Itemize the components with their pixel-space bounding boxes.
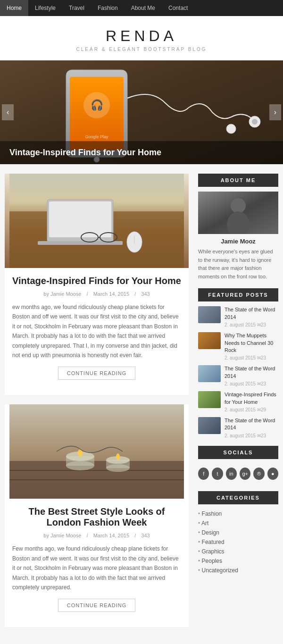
category-peoples[interactable]: Peoples [198, 556, 278, 566]
about-name: Jamie Mooz [198, 238, 278, 245]
category-fashion[interactable]: Fashion [198, 509, 278, 519]
featured-post-1-meta: 2. august 2015 ✉23 [225, 322, 278, 327]
post-card-1: Vintage-Inspired Finds for Your Home by … [5, 174, 189, 395]
hero-title: Vintage-Inspired Finds for Your Home [9, 148, 274, 158]
featured-post-2-image [198, 332, 221, 349]
featured-post-4-image [198, 391, 221, 408]
sidebar-socials: SOCIALS f t in g+ ® ● [198, 446, 278, 484]
featured-post-4-meta: 2. august 2015 ✉29 [225, 407, 278, 412]
hero-next-button[interactable]: › [269, 104, 281, 120]
category-uncategorized[interactable]: Uncategorized [198, 566, 278, 575]
post2-excerpt: Few months ago, we found ridiculously ch… [12, 544, 181, 592]
featured-post-5-image [198, 417, 221, 434]
social-facebook-icon[interactable]: f [198, 468, 209, 480]
site-header: RENDA CLEAR & ELEGANT BOOTSTRAP BLOG [0, 16, 283, 60]
main-content: Vintage-Inspired Finds for Your Home by … [5, 174, 189, 636]
featured-post-4[interactable]: Vintage-Inspired Finds for Your Home 2. … [198, 391, 278, 412]
post1-date: March 14, 2015 [93, 291, 129, 297]
post2-title: The Best Street Style Looks of London Fa… [12, 506, 181, 528]
post1-excerpt: ew months ago, we found ridiculously che… [12, 302, 181, 360]
post2-slash2: / [134, 533, 136, 538]
post1-comments: 343 [141, 291, 150, 297]
post2-comments: 343 [141, 533, 150, 538]
post1-slash1: / [87, 291, 88, 297]
featured-post-1[interactable]: The State of the Word 2014 2. august 201… [198, 306, 278, 327]
featured-post-1-image [198, 306, 221, 323]
category-art[interactable]: Art [198, 519, 278, 528]
category-graphics[interactable]: Graphics [198, 547, 278, 556]
svg-point-9 [226, 124, 236, 134]
featured-post-2[interactable]: Why The Muppets Needs to Channel 30 Rock… [198, 332, 278, 360]
social-twitter-icon[interactable]: t [212, 468, 223, 480]
sidebar: ABOUT ME [198, 174, 278, 636]
sidebar-featured: FEATURED POSTS The State of the Word 201… [198, 288, 278, 438]
nav-item-contact[interactable]: Contact [162, 0, 194, 16]
post1-slash2: / [134, 291, 136, 297]
featured-post-3-title: The State of the Word 2014 [225, 365, 278, 380]
featured-post-3-meta: 2. august 2015 ✉23 [225, 381, 278, 386]
social-email-icon[interactable]: ● [267, 468, 278, 480]
nav-item-home[interactable]: Home [0, 0, 28, 16]
post1-author: by Jamie Moose [43, 291, 81, 297]
post2-slash1: / [87, 533, 88, 538]
post2-author: by Jamie Moose [43, 533, 81, 538]
nav-item-about[interactable]: About Me [125, 0, 162, 16]
featured-post-2-title: Why The Muppets Needs to Channel 30 Rock [225, 332, 278, 354]
featured-post-3[interactable]: The State of the Word 2014 2. august 201… [198, 365, 278, 386]
category-design[interactable]: Design [198, 528, 278, 537]
social-googleplus-icon[interactable]: g+ [240, 468, 250, 480]
svg-text:Google Play: Google Play [85, 134, 108, 139]
site-subtitle: CLEAR & ELEGANT BOOTSTRAP BLOG [0, 47, 283, 52]
post2-meta: by Jamie Moose / March 14, 2015 / 343 [12, 533, 181, 538]
post1-continue-button[interactable]: CONTINUE READING [58, 367, 136, 380]
social-instagram-icon[interactable]: in [226, 468, 237, 480]
categories-header: CATEGORIES [198, 491, 278, 504]
main-nav: Home Lifestyle Travel Fashion About Me C… [0, 0, 283, 16]
sidebar-about: ABOUT ME [198, 174, 278, 281]
hero-prev-button[interactable]: ‹ [2, 104, 14, 120]
post2-continue-button[interactable]: CONTINUE READING [58, 599, 136, 612]
nav-item-lifestyle[interactable]: Lifestyle [28, 0, 62, 16]
featured-post-5-title: The State of the Word 2014 [225, 417, 278, 432]
featured-post-2-meta: 2. august 2015 ✉23 [225, 355, 278, 360]
about-header: ABOUT ME [198, 174, 278, 187]
about-image [198, 192, 278, 234]
svg-text:🎧: 🎧 [91, 99, 104, 111]
post1-meta: by Jamie Moose / March 14, 2015 / 343 [12, 291, 181, 297]
featured-post-4-title: Vintage-Inspired Finds for Your Home [225, 391, 278, 406]
social-rss-icon[interactable]: ® [253, 468, 264, 480]
svg-point-33 [116, 453, 120, 460]
svg-rect-15 [49, 201, 111, 237]
about-desc: While everyone's eyes are glued to the r… [198, 248, 278, 281]
nav-item-travel[interactable]: Travel [62, 0, 91, 16]
svg-point-8 [252, 119, 258, 125]
socials-header: SOCIALS [198, 446, 278, 459]
svg-point-35 [231, 198, 246, 213]
sidebar-categories: CATEGORIES Fashion Art Design Featured G… [198, 491, 278, 575]
featured-header: FEATURED POSTS [198, 288, 278, 301]
hero-slider: 🎧 Google Play SAMSUNG ‹ › Vintage-Inspir… [0, 60, 283, 164]
post2-date: March 14, 2015 [93, 533, 129, 538]
post1-title: Vintage-Inspired Finds for Your Home [12, 276, 181, 286]
featured-post-1-title: The State of the Word 2014 [225, 306, 278, 321]
featured-post-5[interactable]: The State of the Word 2014 2. august 201… [198, 417, 278, 438]
featured-post-5-meta: 2. august 2015 ✉23 [225, 433, 278, 438]
post-card-2: The Best Street Style Looks of London Fa… [5, 404, 189, 627]
category-featured[interactable]: Featured [198, 537, 278, 547]
nav-item-fashion[interactable]: Fashion [91, 0, 125, 16]
site-title: RENDA [0, 27, 283, 45]
featured-post-3-image [198, 365, 221, 382]
